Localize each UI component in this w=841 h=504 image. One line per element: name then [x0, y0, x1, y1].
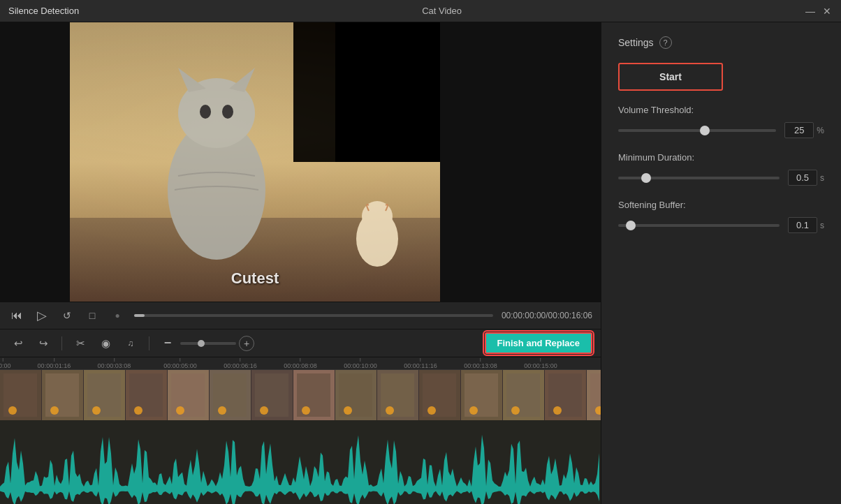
minimum-duration-input[interactable] [788, 170, 817, 186]
edit-toolbar: ↩ ↪ ✂ ◉ ♫ − + Finish and Replace [0, 329, 601, 357]
softening-buffer-control: s [618, 217, 824, 233]
ruler-mark-1: 00:00:01:16 [38, 358, 71, 369]
loop-button[interactable]: ↺ [59, 307, 75, 324]
zoom-controls: − + [158, 334, 254, 353]
skip-back-button[interactable]: ⏮ [8, 307, 25, 324]
close-button[interactable]: ✕ [821, 6, 833, 17]
video-black-right [440, 22, 601, 302]
app-title: Silence Detection [8, 6, 79, 16]
zoom-in-button[interactable]: + [239, 336, 254, 351]
ruler-mark-5: 00:00:08:08 [284, 358, 317, 369]
svg-point-47 [469, 406, 478, 415]
undo-button[interactable]: ↩ [8, 334, 28, 353]
minimum-duration-slider[interactable] [618, 177, 780, 179]
minimum-duration-control: s [618, 170, 824, 186]
svg-point-8 [222, 105, 233, 119]
cat-svg [70, 22, 440, 302]
minimum-duration-value-box: s [788, 170, 824, 186]
record-button[interactable]: ● [109, 307, 126, 324]
ruler-mark-2: 00:00:03:08 [98, 358, 131, 369]
ruler-mark-9: 00:00:15:00 [524, 358, 557, 369]
ruler-mark-3: 00:00:05:00 [163, 358, 197, 369]
ruler-mark-7: 00:00:11:16 [404, 358, 437, 369]
volume-threshold-unit: % [817, 126, 824, 135]
settings-header: Settings ? [618, 36, 824, 49]
svg-point-26 [176, 406, 184, 415]
zoom-slider[interactable] [180, 342, 236, 345]
volume-threshold-setting: Volume Threshold: % [618, 105, 824, 138]
svg-point-35 [302, 406, 310, 415]
ruler-marks: 00:00 00:00:01:16 00:00:03:08 00:00:05:0… [0, 357, 601, 369]
video-content: Cutest [70, 22, 440, 302]
help-icon[interactable]: ? [659, 36, 672, 49]
video-canvas: Cutest [0, 22, 601, 302]
softening-buffer-input[interactable] [788, 217, 817, 233]
svg-point-41 [386, 406, 394, 415]
svg-point-23 [134, 406, 142, 415]
redo-button[interactable]: ↪ [34, 334, 53, 353]
crop-button[interactable]: □ [84, 307, 101, 324]
volume-threshold-input[interactable] [784, 122, 814, 138]
svg-point-7 [200, 105, 211, 119]
playback-controls: ⏮ ▷ ↺ □ ● 00:00:00:00/00:00:16:06 [0, 302, 601, 329]
toolbar-separator-1 [61, 336, 62, 350]
ruler-mark-8: 00:00:13:08 [464, 358, 497, 369]
svg-point-44 [427, 406, 436, 415]
svg-point-20 [92, 406, 101, 415]
timeline-ruler: 00:00 00:00:01:16 00:00:03:08 00:00:05:0… [0, 357, 601, 370]
play-button[interactable]: ▷ [34, 307, 50, 324]
progress-fill [134, 314, 145, 317]
ruler-mark-4: 00:00:06:16 [224, 358, 257, 369]
main-container: Cutest ⏮ ▷ ↺ □ ● 00:00:00:00/00:00:16:06… [0, 22, 841, 504]
svg-rect-1 [293, 22, 440, 162]
video-strip-svg [0, 370, 601, 420]
svg-point-29 [218, 406, 226, 415]
softening-buffer-setting: Softening Buffer: s [618, 200, 824, 233]
softening-buffer-label: Softening Buffer: [618, 200, 824, 210]
waveform-svg [0, 420, 601, 504]
volume-threshold-value-box: % [784, 122, 824, 138]
softening-buffer-slider[interactable] [618, 224, 780, 227]
volume-threshold-control: % [618, 122, 824, 138]
svg-point-17 [50, 406, 59, 415]
video-black-left [0, 22, 70, 302]
svg-point-32 [260, 406, 268, 415]
video-strip [0, 370, 601, 420]
audio-waveform [0, 420, 601, 504]
start-button[interactable]: Start [618, 63, 723, 91]
cat-text-overlay: Cutest [231, 269, 279, 288]
video-title: Cat Video [422, 6, 462, 16]
time-display: 00:00:00:00/00:00:16:06 [502, 311, 592, 320]
minimum-duration-unit: s [820, 173, 824, 183]
svg-point-50 [511, 406, 520, 415]
softening-buffer-value-box: s [788, 217, 824, 233]
cat-frame: Cutest [70, 22, 440, 302]
minimum-duration-label: Minimum Duration: [618, 152, 824, 163]
audio-button[interactable]: ♫ [121, 334, 140, 353]
progress-bar[interactable] [134, 314, 493, 317]
svg-point-14 [8, 406, 17, 415]
eye-button[interactable]: ◉ [96, 334, 115, 353]
softening-buffer-unit: s [820, 221, 824, 230]
ruler-mark-0: 00:00 [0, 358, 11, 369]
zoom-out-button[interactable]: − [158, 334, 177, 353]
toolbar-separator-2 [149, 336, 149, 350]
right-panel: Settings ? Start Volume Threshold: % Min… [601, 22, 841, 504]
left-panel: Cutest ⏮ ▷ ↺ □ ● 00:00:00:00/00:00:16:06… [0, 22, 601, 504]
svg-point-38 [344, 406, 352, 415]
cut-button[interactable]: ✂ [71, 334, 90, 353]
volume-threshold-label: Volume Threshold: [618, 105, 824, 115]
settings-label: Settings [618, 37, 654, 48]
window-controls: — ✕ [805, 6, 833, 17]
timeline-area: 00:00 00:00:01:16 00:00:03:08 00:00:05:0… [0, 357, 601, 504]
svg-point-53 [553, 406, 562, 415]
minimum-duration-setting: Minimum Duration: s [618, 152, 824, 186]
ruler-mark-6: 00:00:10:00 [344, 358, 377, 369]
minimize-button[interactable]: — [805, 6, 816, 17]
video-preview: Cutest [0, 22, 601, 302]
title-bar: Silence Detection Cat Video — ✕ [0, 0, 841, 22]
volume-threshold-slider[interactable] [618, 129, 776, 132]
finish-replace-button[interactable]: Finish and Replace [485, 332, 592, 354]
